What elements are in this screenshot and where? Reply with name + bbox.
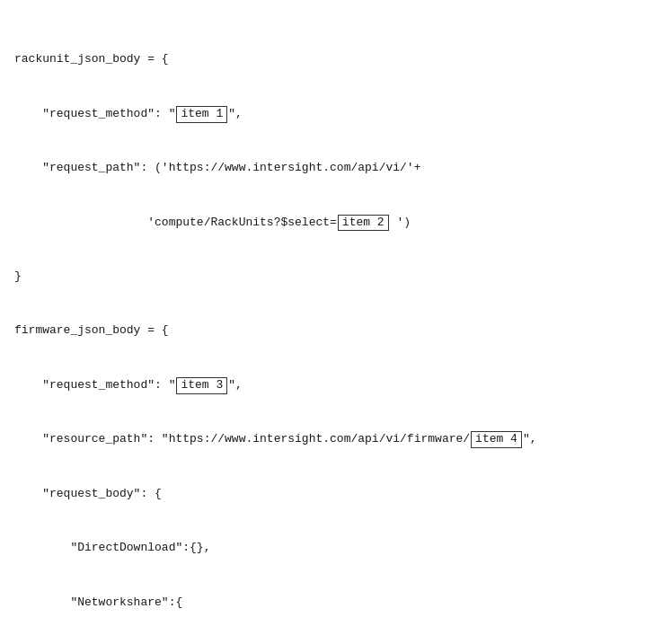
item-4-box[interactable]: item 4 — [471, 431, 522, 448]
line-7: "request_method": "item 3", — [14, 376, 649, 394]
line-11: "Networkshare":{ — [14, 594, 649, 612]
line-8: "resource_path": "https://www.intersight… — [14, 430, 649, 448]
item-1-box[interactable]: item 1 — [176, 106, 227, 123]
item-2-box[interactable]: item 2 — [338, 215, 389, 232]
code-block: rackunit_json_body = { "request_method":… — [14, 14, 649, 644]
line-9: "request_body": { — [14, 485, 649, 503]
line-1: rackunit_json_body = { — [14, 50, 649, 68]
item-3-box[interactable]: item 3 — [176, 377, 227, 394]
line-6: firmware_json_body = { — [14, 322, 649, 340]
line-5: } — [14, 268, 649, 286]
line-3: "request_path": ('https://www.intersight… — [14, 159, 649, 177]
line-10: "DirectDownload":{}, — [14, 539, 649, 557]
line-4: 'compute/RackUnits?$select=item 2 ') — [14, 214, 649, 232]
line-2: "request_method": "item 1", — [14, 105, 649, 123]
